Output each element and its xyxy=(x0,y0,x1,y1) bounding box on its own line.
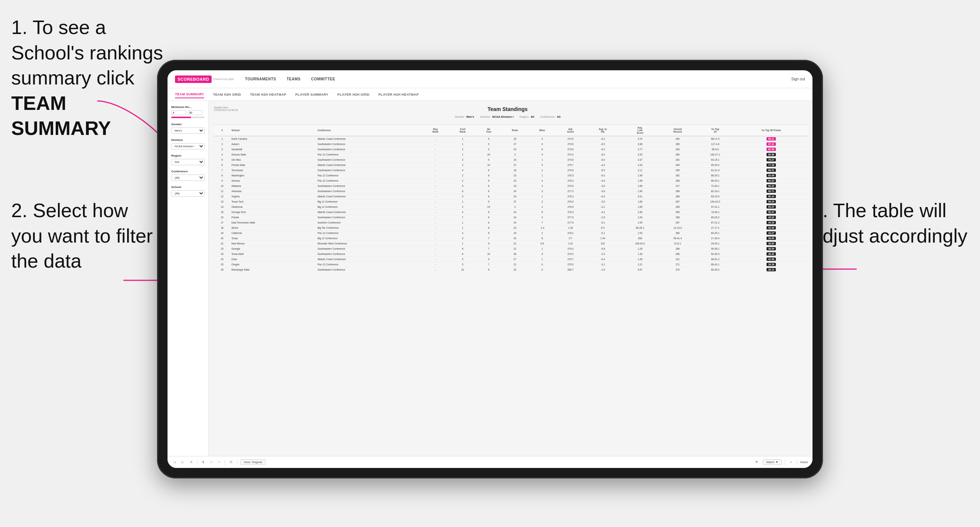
toolbar-clock[interactable]: ⏱ xyxy=(228,460,234,465)
cell-data: -5.0 xyxy=(585,157,620,163)
cell-data: 27-17-1 xyxy=(695,225,735,230)
sign-out-link[interactable]: Sign out xyxy=(791,77,805,81)
cell-data: 271 xyxy=(585,225,620,230)
cell-data: 1.86 xyxy=(620,184,660,189)
toolbar-resize[interactable]: ⤢ xyxy=(788,460,794,465)
cell-data: 258 xyxy=(660,215,695,220)
toolbar-reload[interactable]: ↺ xyxy=(188,460,194,465)
toolbar-share2[interactable]: ⬆ xyxy=(200,460,206,465)
cell-data: 210 xyxy=(585,241,620,246)
table-row: 4Arizona StatePac-12 Conference-12624274… xyxy=(214,152,807,157)
cell-data: -6.2 xyxy=(585,147,620,152)
cell-data: -5.8 xyxy=(585,246,620,252)
cell-rank: 3 xyxy=(214,147,230,152)
cell-data: 86-25-1 xyxy=(695,173,735,178)
cell-data: 7 xyxy=(476,246,501,252)
logo-area: SCOREBOARD Powered by clippi xyxy=(175,76,234,83)
cell-data: 1.85 xyxy=(620,205,660,210)
cell-data: 6 xyxy=(529,142,555,147)
tab-player-summary[interactable]: PLAYER SUMMARY xyxy=(295,91,329,98)
toolbar-back[interactable]: ◁ xyxy=(172,460,177,465)
cell-rank: 15 xyxy=(214,210,230,215)
score-badge: 60.71 xyxy=(767,189,775,193)
toolbar-bookmark[interactable]: □ xyxy=(209,460,214,465)
tab-player-h2h-heatmap[interactable]: PLAYER H2H HEATMAP xyxy=(379,91,419,98)
rank-to-input[interactable] xyxy=(188,110,203,115)
score-badge: 38.38 xyxy=(767,263,775,266)
table-header-row: # School Conference RegRank ConfRank NoT… xyxy=(214,125,807,137)
table-row: 20TexasBig 12 Conference-372080.71.44269… xyxy=(214,236,807,241)
share-button[interactable]: Share xyxy=(800,460,808,464)
cell-data: 23 xyxy=(501,136,529,142)
score-badge: 60.23 xyxy=(767,179,775,183)
tab-player-h2h-grid[interactable]: PLAYER H2H GRID xyxy=(337,91,369,98)
col-vs-top50: Vs Top 50 Points xyxy=(735,125,807,137)
score-badge: 38.54 xyxy=(767,247,775,251)
cell-data: 95-6-0 xyxy=(695,147,735,152)
cell-score: 63.49 xyxy=(735,173,807,178)
watch-button[interactable]: Watch ▼ xyxy=(763,459,782,465)
tab-team-summary[interactable]: TEAM SUMMARY xyxy=(175,91,204,98)
col-avg-low: Avg.LowScore xyxy=(620,125,660,137)
cell-data: 8 xyxy=(476,220,501,225)
cell-data: 7 xyxy=(449,215,476,220)
nav-tournaments[interactable]: TOURNAMENTS xyxy=(245,76,276,83)
cell-data: 27 xyxy=(501,199,529,205)
rank-range-slider[interactable] xyxy=(171,117,205,118)
cell-data: 2 xyxy=(501,205,529,210)
cell-school: Arizona xyxy=(230,178,316,184)
cell-data: 83-25-1 xyxy=(695,230,735,236)
cell-data: 265 xyxy=(660,210,695,215)
cell-data: 27 xyxy=(501,142,529,147)
cell-data: 8 xyxy=(476,230,501,236)
score-badge: 77.39 xyxy=(767,163,775,167)
update-time: Update time:27/03/2024 16:56:26 xyxy=(214,106,238,111)
cell-data: 0.7 xyxy=(555,236,585,241)
cell-data: - xyxy=(422,257,449,262)
cell-data: 4 xyxy=(449,230,476,236)
cell-data: - xyxy=(422,136,449,142)
cell-data: 4 xyxy=(529,152,555,157)
cell-data: 277.5 xyxy=(555,215,585,220)
cell-conference: Southeastern Conference xyxy=(316,189,422,194)
cell-data: -3.1 xyxy=(585,205,620,210)
filter-min-rank: Minimum Ro... xyxy=(171,105,205,118)
cell-data: - xyxy=(422,184,449,189)
step2-text: Select how you want to filter the data xyxy=(11,200,153,272)
cell-rank: 26 xyxy=(214,267,230,273)
division-select[interactable]: NCAA Division I NCAA Division II NCAA Di… xyxy=(171,143,205,149)
view-original-button[interactable]: View: Original xyxy=(240,459,266,465)
cell-data: 267 xyxy=(660,199,695,205)
rank-from-input[interactable] xyxy=(171,110,186,115)
tab-team-h2h-heatmap[interactable]: TEAM H2H HEATMAP xyxy=(250,91,286,98)
region-filter-display: Region: All xyxy=(519,115,534,119)
toolbar-eye[interactable]: 👁 xyxy=(754,460,760,465)
cell-score: 68.21 xyxy=(735,168,807,173)
cell-data: 262 xyxy=(660,136,695,142)
gender-select[interactable]: Men's Women's xyxy=(171,127,205,134)
nav-committee[interactable]: COMMITTEE xyxy=(311,76,336,83)
cell-data: 4 xyxy=(529,215,555,220)
cell-data: - xyxy=(422,142,449,147)
cell-data: 276.3 xyxy=(555,194,585,199)
cell-school: Virginia xyxy=(230,194,316,199)
cell-conference: Pac-12 Conference xyxy=(316,173,422,178)
cell-data: 1 xyxy=(449,241,476,246)
toolbar-plus[interactable]: + xyxy=(217,460,222,465)
cell-data: 2 xyxy=(529,199,555,205)
cell-rank: 5 xyxy=(214,157,230,163)
cell-data: 4 xyxy=(529,136,555,142)
cell-school: North Carolina xyxy=(230,136,316,142)
conference-select[interactable]: (All) xyxy=(171,175,205,181)
cell-data: 6 xyxy=(476,157,501,163)
toolbar-forward[interactable]: ▷ xyxy=(180,460,185,465)
cell-data: -3.8 xyxy=(585,189,620,194)
nav-teams[interactable]: TEAMS xyxy=(286,76,301,83)
tab-team-h2h-grid[interactable]: TEAM H2H GRID xyxy=(213,91,241,98)
region-select[interactable]: N/A All xyxy=(171,159,205,165)
cell-data: 24 xyxy=(501,210,529,215)
cell-data: 279.9 xyxy=(555,168,585,173)
cell-score: 87.21 xyxy=(735,142,807,147)
cell-data: -6.2 xyxy=(585,136,620,142)
school-select[interactable]: (All) xyxy=(171,190,205,197)
